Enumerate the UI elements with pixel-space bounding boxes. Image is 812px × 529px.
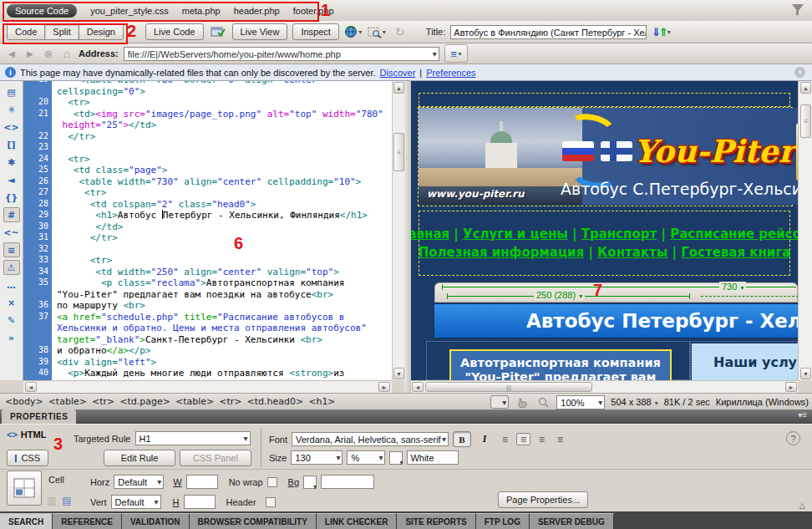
inspect-page-icon[interactable]: ▾ (368, 23, 386, 40)
split-view-divider[interactable] (404, 81, 411, 393)
code-navigator-icon[interactable]: ✳ (3, 102, 20, 117)
scroll-left-icon[interactable]: ◄ (412, 382, 424, 392)
results-tab-reference[interactable]: REFERENCE (53, 513, 122, 529)
zoom-level-select[interactable]: 100% (556, 395, 605, 409)
align-left-icon[interactable]: ≡ (498, 433, 512, 445)
size-select[interactable]: 130 (291, 450, 343, 465)
preferences-link[interactable]: Preferences (426, 68, 475, 78)
italic-button[interactable]: I (475, 431, 494, 447)
check-browser-compatibility-icon[interactable] (209, 23, 227, 40)
design-horizontal-scrollbar[interactable]: ◄ ||| ► (411, 380, 798, 394)
align-justify-icon[interactable]: ≡ (553, 433, 567, 445)
height-input[interactable] (184, 495, 216, 509)
design-view-button[interactable]: Design (79, 23, 124, 40)
tag-selector-item[interactable]: <table> (175, 396, 214, 407)
table-width-bar[interactable]: 730 ▾ 250 (288) ▾ (434, 282, 798, 303)
back-icon[interactable]: ◄ (5, 48, 18, 60)
vert-select[interactable]: Default (111, 495, 161, 509)
address-input[interactable]: file:///E|/WebServers/home/you-piter/www… (124, 47, 439, 61)
live-code-button[interactable]: Live Code (145, 23, 204, 40)
inspect-button[interactable]: Inspect (292, 23, 338, 40)
tag-selector-item[interactable]: <tr> (219, 396, 241, 407)
edit-rule-button[interactable]: Edit Rule (104, 450, 175, 466)
split-cell-icon[interactable]: ▤ (62, 495, 71, 506)
forward-icon[interactable]: ► (23, 48, 37, 60)
page-h1-heading[interactable]: Автобус Петербург - Хельсин (434, 304, 798, 338)
discover-link[interactable]: Discover (380, 68, 416, 78)
properties-tab[interactable]: PROPERTIES (2, 409, 76, 424)
site-nav-link[interactable]: Полезная информация (419, 245, 585, 260)
results-tab-server-debug[interactable]: SERVER DEBUG (530, 513, 614, 529)
tag-selector-item[interactable]: <h1> (308, 396, 335, 407)
results-tab-search[interactable]: SEARCH (0, 513, 53, 529)
highlight-invalid-code-icon[interactable]: <~ (3, 225, 20, 240)
results-tab-validation[interactable]: VALIDATION (122, 513, 190, 529)
our-services-box[interactable]: Наши услуги (692, 343, 798, 380)
code-scroll-thumb[interactable]: ≡ (393, 133, 404, 171)
no-wrap-checkbox[interactable] (267, 477, 277, 487)
scroll-up-icon[interactable]: ▲ (800, 82, 811, 94)
html-properties-button[interactable]: <> HTML (7, 430, 46, 440)
collapse-selection-icon[interactable]: [] (3, 137, 20, 152)
align-center-icon[interactable]: ≡ (516, 433, 530, 445)
format-source-code-icon[interactable]: ✎ (3, 313, 20, 328)
bg-color-swatch[interactable] (303, 476, 317, 489)
related-file-tab[interactable]: meta.php (182, 6, 221, 16)
bold-button[interactable]: B (453, 431, 471, 447)
expand-all-icon[interactable]: ✱ (3, 155, 20, 170)
code-vertical-scrollbar[interactable]: ▲ ≡ ▼ (392, 81, 405, 380)
code-view[interactable]: 19 <table width="780" border="0" align="… (23, 81, 392, 380)
scroll-up-icon[interactable]: ▲ (393, 82, 404, 94)
header-checkbox[interactable] (266, 497, 276, 507)
collapse-panel-icon[interactable]: △ (799, 501, 805, 510)
width-input[interactable] (186, 475, 218, 489)
home-icon[interactable]: ⌂ (60, 47, 74, 60)
design-view[interactable]: You-Piter Автобус С.Петербург-Хельсинки … (411, 81, 798, 380)
page-properties-button[interactable]: Page Properties... (498, 491, 588, 508)
design-vertical-scrollbar[interactable]: ▲ ≡ ▼ (798, 81, 812, 380)
targeted-rule-select[interactable]: H1 (135, 431, 251, 445)
design-scroll-thumb[interactable]: ≡ (800, 104, 811, 138)
tag-selector-item[interactable]: <tr> (92, 396, 114, 407)
code-horizontal-scrollbar[interactable]: ◄ ► (23, 380, 392, 394)
split-view-button[interactable]: Split (44, 23, 79, 40)
panel-menu-icon[interactable]: ▾≡ (798, 410, 807, 420)
site-nav-link[interactable]: Гостевая книга (681, 245, 790, 260)
filter-icon[interactable] (792, 4, 804, 16)
site-banner-image[interactable]: You-Piter Автобус С.Петербург-Хельсинки … (419, 108, 798, 205)
code-view-button[interactable]: Code (7, 23, 45, 40)
scroll-right-icon[interactable]: ► (785, 382, 797, 392)
scroll-down-icon[interactable]: ▼ (393, 368, 404, 379)
results-tab-site-reports[interactable]: SITE REPORTS (397, 513, 475, 529)
site-nav-link[interactable]: Контакты (597, 245, 667, 260)
line-numbers-icon[interactable]: # (3, 207, 20, 222)
scroll-left-icon[interactable]: ◄ (25, 382, 37, 392)
results-tab-browser-compatibility[interactable]: BROWSER COMPATIBILITY (190, 513, 317, 529)
refresh-icon[interactable]: ↻ (391, 23, 409, 40)
help-icon[interactable]: ? (786, 431, 800, 445)
tag-selector-item[interactable]: <td.page> (119, 396, 170, 407)
more-icon[interactable]: » (3, 330, 20, 345)
results-tab-ftp-log[interactable]: FTP LOG (476, 513, 530, 529)
css-panel-button[interactable]: CSS Panel (180, 450, 251, 466)
hand-tool-icon[interactable] (515, 395, 530, 409)
bg-color-input[interactable] (321, 475, 374, 489)
preview-in-browser-icon[interactable]: ▾ (344, 23, 363, 40)
select-parent-tag-icon[interactable]: ◄ (3, 172, 20, 187)
design-hscroll-thumb[interactable]: ||| (425, 382, 592, 392)
select-tool-icon[interactable] (490, 395, 509, 409)
table-width-label-730[interactable]: 730 ▾ (719, 282, 746, 292)
word-wrap-icon[interactable]: ≡ (3, 242, 20, 257)
related-file-tab[interactable]: you_piter_style.css (90, 6, 169, 16)
merge-cells-icon[interactable]: ▥ (47, 495, 56, 506)
related-file-tab[interactable]: header.php (234, 6, 280, 16)
site-nav-link[interactable]: Услуги и цены (463, 226, 568, 242)
close-icon[interactable]: × (794, 67, 805, 78)
live-view-options-icon[interactable]: ≣▾ (444, 44, 468, 63)
tag-selector-item[interactable]: <td.head0> (247, 396, 304, 407)
zoom-tool-icon[interactable] (535, 395, 551, 409)
title-input[interactable]: Автобус в Финляндию (Санкт Петербург - Х… (450, 25, 647, 39)
company-intro-box[interactable]: Автотранспортная компания "You-Piter" пр… (449, 349, 672, 380)
horz-select[interactable]: Default (114, 475, 164, 489)
scroll-down-icon[interactable]: ▼ (800, 368, 811, 379)
